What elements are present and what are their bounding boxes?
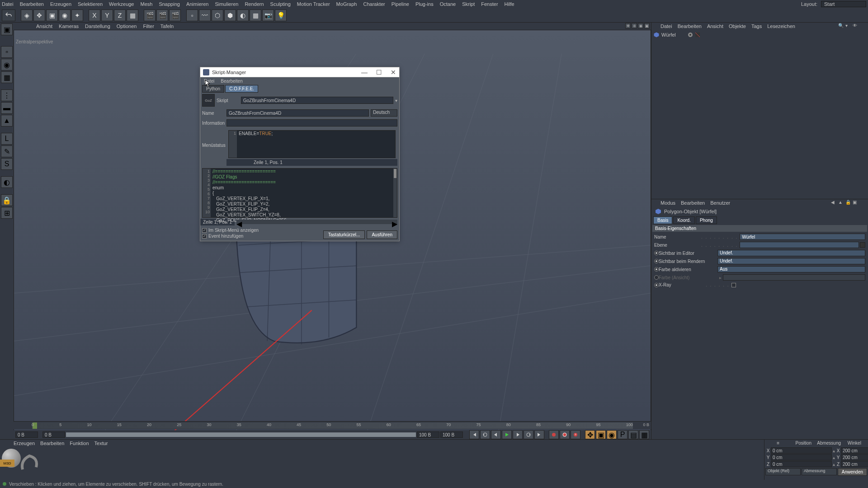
attr-tab-koord[interactable]: Koord. — [673, 216, 694, 224]
add-light[interactable]: 💡 — [275, 9, 287, 21]
obj-menu-lesezeichen[interactable]: Lesezeichen — [767, 23, 795, 29]
texture-mode[interactable]: ◉ — [1, 59, 13, 70]
obj-search-icon[interactable]: 🔍 — [838, 23, 844, 29]
viewport-max-icon[interactable]: ▣ — [644, 23, 650, 28]
range-left-field[interactable] — [417, 432, 439, 438]
axis-y-lock[interactable]: Y — [101, 9, 113, 21]
add-nurbs[interactable]: ⬡ — [212, 9, 223, 21]
menu-hilfe[interactable]: Hilfe — [505, 1, 514, 7]
xray-radio[interactable] — [654, 283, 659, 287]
vp-menu-tafeln[interactable]: Tafeln — [160, 23, 174, 29]
editor-visibility-radio[interactable] — [654, 251, 659, 255]
menu-charakter[interactable]: Charakter — [363, 1, 385, 7]
dimension-mode-select[interactable]: Abmessung — [802, 468, 837, 475]
apply-button[interactable]: Anwenden — [838, 468, 867, 476]
frame-current-field[interactable] — [42, 432, 65, 438]
autokey-button[interactable] — [560, 430, 570, 439]
render-settings[interactable]: 🎬 — [169, 9, 181, 21]
pos-x-field[interactable] — [771, 447, 832, 454]
frame-start-field[interactable] — [15, 432, 38, 438]
python-tab[interactable]: Python — [202, 85, 224, 93]
mat-menu-textur[interactable]: Textur — [94, 441, 108, 446]
menu-rendern[interactable]: Rendern — [245, 1, 264, 7]
make-editable[interactable]: ▣ — [1, 23, 13, 35]
editor-visibility-select[interactable]: Undef. — [717, 250, 865, 256]
mat-menu-bearbeiten[interactable]: Bearbeiten — [40, 441, 64, 446]
rotate-tool[interactable]: ◉ — [59, 9, 71, 21]
polygon-mode[interactable]: ▲ — [1, 115, 13, 127]
timeline-range-slider[interactable] — [66, 432, 416, 437]
menu-plug-ins[interactable]: Plug-ins — [415, 1, 434, 7]
script-editor[interactable]: 12345678910 //=======================//G… — [202, 168, 397, 218]
goto-end-button[interactable] — [534, 430, 544, 439]
obj-menu-bearbeiten[interactable]: Bearbeiten — [678, 23, 702, 29]
attr-tab-basis[interactable]: Basis — [653, 216, 672, 224]
name-field[interactable] — [740, 234, 865, 240]
next-key-button[interactable] — [524, 430, 533, 439]
dlg-menu-datei[interactable]: Datei — [204, 79, 214, 84]
menu-skript[interactable]: Skript — [462, 1, 475, 7]
script-select[interactable]: GoZBrushFromCinema4D — [241, 97, 393, 104]
menu-selektieren[interactable]: Selektieren — [78, 1, 103, 7]
pos-z-field[interactable] — [771, 461, 832, 467]
maximize-button[interactable]: ☐ — [376, 69, 382, 76]
vp-menu-ansicht[interactable]: Ansicht — [36, 23, 52, 29]
xray-checkbox[interactable] — [731, 283, 736, 287]
script-icon[interactable]: GoZ — [202, 94, 215, 107]
key-scale-button[interactable]: ▣ — [596, 430, 606, 439]
viewport-nav-icon[interactable]: ✥ — [625, 23, 631, 28]
mat-menu-erzeugen[interactable]: Erzeugen — [14, 441, 35, 446]
dim-z-field[interactable] — [841, 461, 868, 467]
timeline[interactable]: 0510152025303540455055606570758085909510… — [14, 421, 651, 429]
add-generator[interactable]: ⬢ — [224, 9, 236, 21]
render-visibility-radio[interactable] — [654, 259, 659, 263]
add-deformer[interactable]: ◐ — [237, 9, 249, 21]
menustatus-editor[interactable]: 1 ENABLE=TRUE; — [228, 130, 396, 158]
menu-mesh[interactable]: Mesh — [140, 1, 152, 7]
info-field[interactable] — [226, 119, 397, 127]
shortcut-button[interactable]: Tastaturkürzel... — [323, 230, 365, 239]
scrollbar-horizontal[interactable]: ◀▶ — [236, 220, 397, 224]
viewport-solo[interactable]: ◐ — [1, 176, 13, 188]
script-name-field[interactable] — [226, 109, 369, 117]
scale-tool[interactable]: ▣ — [46, 9, 58, 21]
attr-menu-bearbeiten[interactable]: Bearbeiten — [681, 200, 705, 206]
goto-start-button[interactable] — [469, 430, 479, 439]
minimize-button[interactable]: — — [361, 69, 368, 76]
key-rot-button[interactable]: ◉ — [607, 430, 617, 439]
add-environment[interactable]: ▦ — [250, 9, 261, 21]
undo-button[interactable] — [2, 9, 15, 21]
add-event-checkbox[interactable]: ✓ — [202, 234, 207, 239]
prev-key-button[interactable] — [480, 430, 490, 439]
menu-mograph[interactable]: MoGraph — [336, 1, 357, 7]
locked-mode[interactable]: 🔒 — [1, 194, 13, 206]
key-pla-button[interactable]: ▤ — [628, 430, 638, 439]
dlg-menu-bearbeiten[interactable]: Bearbeiten — [221, 79, 242, 84]
add-camera[interactable]: 📷 — [262, 9, 274, 21]
menu-simulieren[interactable]: Simulieren — [215, 1, 238, 7]
phong-tag[interactable] — [694, 32, 701, 38]
last-tool[interactable]: ✦ — [71, 9, 83, 21]
point-mode[interactable]: ⋮ — [1, 89, 13, 101]
coffee-tab[interactable]: C.O.F.F.E.E. — [225, 85, 258, 93]
attr-menu-benutzer[interactable]: Benutzer — [710, 200, 730, 206]
axis-z-lock[interactable]: Z — [114, 9, 126, 21]
vp-menu-darstellung[interactable]: Darstellung — [85, 23, 110, 29]
obj-filter-icon[interactable]: ▾ — [845, 23, 852, 29]
record-button[interactable] — [549, 430, 559, 439]
attr-back-icon[interactable]: ◀ — [831, 200, 837, 206]
move-tool[interactable]: ✥ — [33, 9, 45, 21]
prev-frame-button[interactable] — [491, 430, 501, 439]
snap-mode[interactable]: S — [1, 158, 13, 170]
menu-animieren[interactable]: Animieren — [186, 1, 209, 7]
snap-settings[interactable]: ⊞ — [1, 207, 13, 219]
obj-menu-ansicht[interactable]: Ansicht — [707, 23, 723, 29]
menu-pipeline[interactable]: Pipeline — [392, 1, 409, 7]
scrollbar-vertical[interactable] — [393, 169, 397, 217]
range-right-field[interactable] — [440, 432, 463, 438]
dim-y-field[interactable] — [841, 454, 868, 460]
attr-menu-modus[interactable]: Modus — [660, 200, 675, 206]
obj-view-icon[interactable]: 👁 — [853, 23, 859, 29]
key-pos-button[interactable]: ✥ — [585, 430, 595, 439]
attr-tab-phong[interactable]: Phong — [696, 216, 717, 224]
